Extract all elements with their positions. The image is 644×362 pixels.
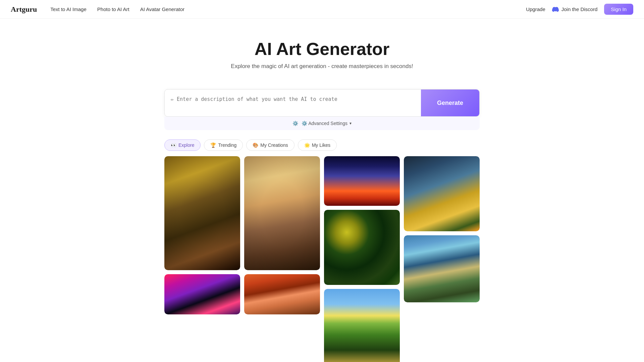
hero-section: AI Art Generator Explore the magic of AI…	[0, 19, 644, 80]
gallery-item-van-gogh[interactable]	[324, 210, 400, 285]
gallery	[158, 156, 486, 362]
tab-my-likes[interactable]: 🌟 My Likes	[298, 139, 337, 151]
gallery-image-blonde-girl	[244, 156, 320, 270]
discord-label: Join the Discord	[561, 6, 598, 12]
gallery-item-red-hair[interactable]	[244, 274, 320, 314]
hero-title: AI Art Generator	[7, 39, 637, 59]
advanced-container: ⚙️ ⚙️ Advanced Settings ▾	[158, 117, 486, 130]
gallery-item-mountain-lake[interactable]	[404, 235, 480, 302]
generate-button[interactable]: Generate	[421, 89, 479, 116]
gallery-item-blonde-girl[interactable]	[244, 156, 320, 270]
gallery-image-countryside	[324, 289, 400, 362]
discord-icon	[552, 6, 559, 13]
chevron-down-icon: ▾	[350, 121, 352, 126]
gallery-item-cyberpunk[interactable]	[164, 274, 240, 314]
advanced-settings-label: ⚙️ Advanced Settings	[302, 121, 347, 126]
nav-link-text-to-image[interactable]: Text to AI Image	[50, 6, 87, 12]
upgrade-link[interactable]: Upgrade	[526, 6, 545, 12]
nav-right: Upgrade Join the Discord Sign In	[526, 4, 633, 15]
brand-logo[interactable]: Artguru	[11, 5, 37, 14]
gallery-item-sci-fi-machine[interactable]	[404, 156, 480, 231]
advanced-settings-button[interactable]: ⚙️ ⚙️ Advanced Settings ▾	[164, 117, 480, 130]
tab-explore-label: Explore	[178, 142, 194, 148]
gallery-item-planet-sunset[interactable]	[324, 156, 400, 206]
gallery-image-van-gogh	[324, 210, 400, 285]
tabs-row: 👀 Explore 🏆 Trending 🎨 My Creations 🌟 My…	[158, 139, 486, 151]
navbar: Artguru Text to AI Image Photo to AI Art…	[0, 0, 644, 19]
tab-my-likes-label: My Likes	[312, 142, 330, 148]
tab-explore-emoji: 👀	[171, 142, 176, 148]
tab-trending-emoji: 🏆	[210, 142, 216, 148]
nav-link-ai-avatar[interactable]: AI Avatar Generator	[140, 6, 184, 12]
signin-button[interactable]: Sign In	[604, 4, 633, 15]
nav-links: Text to AI Image Photo to AI Art AI Avat…	[50, 6, 526, 12]
tab-my-creations-emoji: 🎨	[253, 142, 258, 148]
gallery-image-ornate-warrior	[164, 156, 240, 270]
gallery-image-red-hair	[244, 274, 320, 314]
prompt-input[interactable]	[165, 89, 421, 116]
discord-link[interactable]: Join the Discord	[552, 6, 598, 13]
gallery-image-sci-fi-machine	[404, 156, 480, 231]
gallery-image-mountain-lake	[404, 235, 480, 302]
gallery-item-ornate-warrior[interactable]	[164, 156, 240, 270]
tab-trending[interactable]: 🏆 Trending	[204, 139, 243, 151]
tab-explore[interactable]: 👀 Explore	[164, 139, 201, 151]
gallery-image-cyberpunk	[164, 274, 240, 314]
hero-subtitle: Explore the magic of AI art generation -…	[7, 63, 637, 70]
tab-my-likes-emoji: 🌟	[304, 142, 310, 148]
tab-my-creations-label: My Creations	[260, 142, 288, 148]
prompt-row: Generate	[164, 89, 480, 117]
generator-section: Generate	[158, 89, 486, 117]
tab-my-creations[interactable]: 🎨 My Creations	[246, 139, 294, 151]
nav-link-photo-to-art[interactable]: Photo to AI Art	[97, 6, 129, 12]
gallery-image-planet-sunset	[324, 156, 400, 206]
settings-icon: ⚙️	[292, 121, 298, 126]
gallery-item-countryside[interactable]	[324, 289, 400, 362]
tab-trending-label: Trending	[218, 142, 236, 148]
